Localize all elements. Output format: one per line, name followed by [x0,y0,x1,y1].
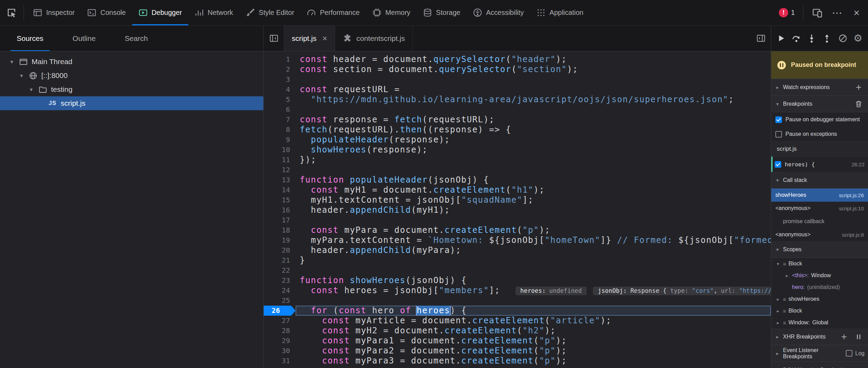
line-number[interactable]: 5 [264,95,296,105]
close-devtools-button[interactable]: × [848,2,865,23]
pick-element-button[interactable] [3,2,21,23]
watch-expressions-header[interactable]: ▸ Watch expressions + [771,79,868,96]
tab-memory[interactable]: Memory [366,0,417,25]
resume-button[interactable] [774,29,789,48]
breakpoint-option[interactable]: Pause on exceptions [771,127,868,141]
source-tree-item-folder-testing[interactable]: ▾testing [0,82,263,96]
line-number[interactable]: 3 [264,75,296,85]
scope-row[interactable]: ▸≡Window:Global [771,317,868,328]
source-tree-item-host-8000[interactable]: ▾[::]:8000 [0,69,263,82]
inline-variable-preview[interactable]: jsonObj: Response { type: "cors", url: "… [593,287,771,295]
scope-row[interactable]: ▾≡Block [771,258,868,270]
dom-mutation-breakpoints-header[interactable]: ▸ DOM Mutation Breakpoints [771,362,868,368]
scope-row[interactable]: hero:(uninitialized) [771,281,868,293]
line-number[interactable]: 17 [264,215,296,225]
call-stack-frame[interactable]: showHeroesscript.js:26 [771,189,868,202]
breakpoint-item[interactable]: heroes) {26:22 [771,157,868,172]
line-number[interactable]: 18 [264,225,296,235]
call-stack-frame[interactable]: promise callback [771,215,868,228]
tab-console[interactable]: Console [81,0,132,25]
error-count-badge[interactable]: ! 1 [775,8,798,17]
settings-button[interactable]: ⚙ [851,29,865,48]
scopes-header[interactable]: ▾ Scopes [771,241,868,258]
line-number[interactable]: 25 [264,296,296,306]
tab-accessibility[interactable]: Accessibility [467,0,530,25]
remove-breakpoints-button[interactable] [853,97,865,111]
inline-variable-preview[interactable]: heroes: undefined [516,287,587,295]
line-number[interactable]: 29 [264,336,296,346]
scope-row[interactable]: ▸≡Block [771,305,868,317]
tab-inspector[interactable]: Inspector [27,0,81,25]
chevron-down-icon[interactable]: ▾ [18,72,25,79]
call-stack-header[interactable]: ▾ Call stack [771,172,868,189]
tab-network[interactable]: Network [188,0,239,25]
line-number[interactable]: 23 [264,275,296,286]
tab-performance[interactable]: Performance [300,0,366,25]
line-number[interactable]: 27 [264,316,296,326]
paused-line-marker[interactable]: 26 [264,306,296,316]
line-number[interactable]: 9 [264,135,296,145]
chevron-down-icon[interactable]: ▾ [775,261,781,266]
breakpoint-option[interactable]: Pause on debugger statement [771,112,868,127]
call-stack-frame[interactable]: <anonymous>script.js:10 [771,202,868,215]
chevron-right-icon[interactable]: ▸ [775,308,781,314]
xhr-breakpoints-header[interactable]: ▸ XHR Breakpoints + [771,328,868,345]
chevron-right-icon[interactable]: ▸ [784,273,790,278]
line-number[interactable]: 19 [264,235,296,245]
sources-tab-sources[interactable]: Sources [2,26,58,51]
source-tab-contentscript-js[interactable]: contentscript.js [335,26,413,51]
add-xhr-breakpoint-button[interactable]: + [838,330,850,343]
line-number[interactable]: 6 [264,105,296,115]
line-number[interactable]: 7 [264,115,296,125]
deactivate-breakpoints-button[interactable] [835,29,850,48]
tab-debugger[interactable]: Debugger [132,0,188,25]
chevron-down-icon[interactable]: ▾ [8,59,15,65]
checkbox-checked-icon[interactable] [775,161,781,168]
checkbox-checked-icon[interactable] [775,116,782,123]
line-number[interactable]: 24 [264,286,296,296]
line-number[interactable]: 1 [264,54,296,64]
chevron-right-icon[interactable]: ▸ [775,297,781,302]
tab-application[interactable]: Application [530,0,590,25]
line-number[interactable]: 21 [264,255,296,265]
line-number[interactable]: 10 [264,145,296,155]
sources-tab-search[interactable]: Search [110,26,163,51]
source-editor[interactable]: 1const header = document.querySelector("… [264,51,771,368]
scope-row[interactable]: ▸<this>:Window [771,270,868,281]
line-number[interactable]: 4 [264,85,296,95]
pause-on-any-url-button[interactable] [853,330,865,343]
responsive-design-mode-button[interactable] [808,2,826,23]
log-checkbox[interactable] [846,350,852,357]
source-tree-item-main-thread[interactable]: ▾Main Thread [0,55,263,69]
chevron-down-icon[interactable]: ▾ [28,86,35,93]
line-number[interactable]: 14 [264,185,296,195]
event-listener-breakpoints-header[interactable]: ▸ Event Listener Breakpoints Log [771,345,868,362]
line-number[interactable]: 30 [264,346,296,356]
add-watch-expression-button[interactable]: + [853,81,865,94]
line-number[interactable]: 31 [264,356,296,366]
expand-panes-button[interactable] [751,26,771,51]
chevron-right-icon[interactable]: ▸ [775,320,781,325]
breakpoints-header[interactable]: ▾ Breakpoints [771,96,868,112]
call-stack-frame[interactable]: <anonymous>script.js:8 [771,228,868,241]
tab-storage[interactable]: Storage [417,0,467,25]
line-number[interactable]: 15 [264,195,296,205]
meatball-menu-button[interactable]: ⋯ [828,2,846,23]
source-tab-script-js[interactable]: script.js× [284,26,335,51]
line-number[interactable]: 20 [264,245,296,255]
line-number[interactable]: 12 [264,165,296,175]
breakpoint-source-header[interactable]: script.js [771,141,868,157]
checkbox-unchecked-icon[interactable] [775,131,782,138]
line-number[interactable]: 22 [264,265,296,275]
line-number[interactable]: 28 [264,326,296,336]
line-number[interactable]: 8 [264,125,296,135]
line-number[interactable]: 16 [264,205,296,215]
sources-tab-outline[interactable]: Outline [58,26,110,51]
step-out-button[interactable] [819,29,834,48]
line-number[interactable]: 11 [264,155,296,165]
source-tree-item-file-script-js[interactable]: JSscript.js [0,96,263,110]
scope-row[interactable]: ▸≡showHeroes [771,293,868,305]
step-in-button[interactable] [805,29,819,48]
line-number[interactable]: 2 [264,64,296,75]
line-number[interactable]: 13 [264,175,296,185]
